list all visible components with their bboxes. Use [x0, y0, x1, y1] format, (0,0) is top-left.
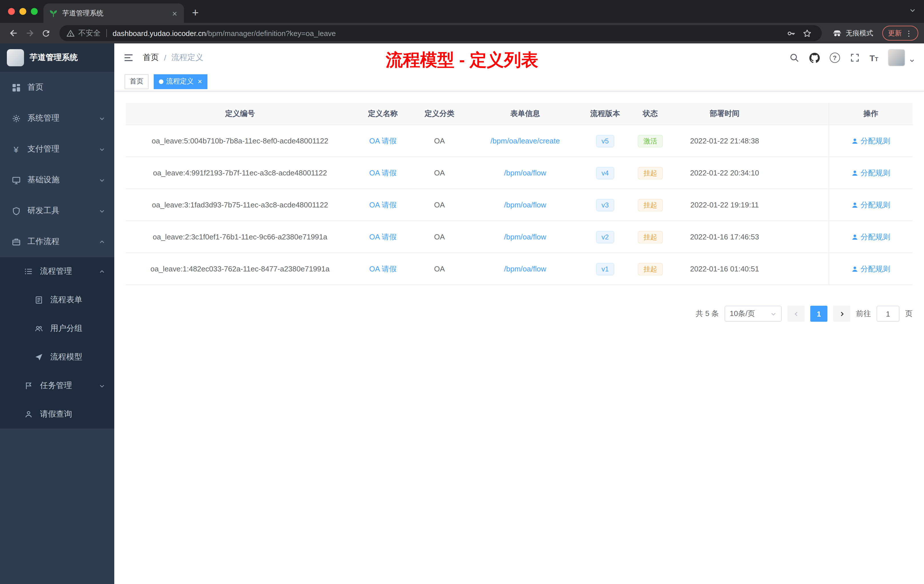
sidebar-logo[interactable]: 芋道管理系统: [0, 43, 114, 72]
page-size-select[interactable]: 10条/页: [724, 306, 782, 322]
sidebar-item-label: 用户分组: [50, 323, 82, 334]
sidebar-item-leave-query[interactable]: 请假查询: [0, 400, 114, 429]
url-host[interactable]: dashboard.yudao.iocoder.cn: [112, 29, 206, 38]
sidebar-item-label: 流程模型: [50, 352, 82, 362]
sidebar-item-infrastructure[interactable]: 基础设施: [0, 165, 114, 195]
pagination-total: 共 5 条: [696, 308, 719, 319]
col-header: 定义编号: [126, 103, 354, 125]
password-key-icon[interactable]: [783, 25, 799, 41]
cell-filler: [776, 189, 828, 221]
search-icon[interactable]: [789, 53, 799, 63]
chevron-down-icon: [99, 383, 105, 389]
window-controls: [8, 8, 38, 15]
fullscreen-icon[interactable]: [850, 53, 860, 63]
assign-rule-link[interactable]: 分配规则: [851, 232, 890, 242]
sidebar-item-home[interactable]: 首页: [0, 72, 114, 103]
monitor-icon: [12, 175, 21, 185]
sidebar-item-user-group[interactable]: 用户分组: [0, 314, 114, 343]
sidebar-item-process-form[interactable]: 流程表单: [0, 286, 114, 314]
sidebar-item-label: 请假查询: [40, 409, 72, 419]
status-badge: 挂起: [638, 262, 663, 275]
pagination: 共 5 条 10条/页 1 前往 页: [126, 306, 912, 322]
assign-rule-link[interactable]: 分配规则: [851, 168, 890, 178]
prev-page-button[interactable]: [787, 306, 805, 322]
definition-name-link[interactable]: OA 请假: [369, 200, 396, 210]
sidebar-item-system[interactable]: 系统管理: [0, 103, 114, 134]
minimize-window-button[interactable]: [20, 8, 26, 15]
assign-rule-link[interactable]: 分配规则: [851, 264, 890, 274]
tag-process-definition[interactable]: 流程定义 ×: [154, 74, 207, 89]
new-tab-button[interactable]: +: [192, 7, 198, 18]
users-icon: [34, 324, 43, 333]
sidebar-item-payment[interactable]: ¥ 支付管理: [0, 134, 114, 165]
help-icon[interactable]: ?: [830, 53, 840, 63]
tab-close-icon[interactable]: ×: [171, 9, 178, 17]
definition-name-link[interactable]: OA 请假: [369, 264, 396, 274]
goto-page-input[interactable]: [876, 306, 899, 322]
back-icon[interactable]: [6, 25, 22, 41]
assign-rule-link[interactable]: 分配规则: [851, 136, 890, 146]
update-label[interactable]: 更新: [888, 28, 902, 38]
close-window-button[interactable]: [8, 8, 15, 15]
tag-label: 首页: [130, 77, 144, 86]
chevron-up-icon: [99, 268, 105, 275]
zoom-window-button[interactable]: [31, 8, 38, 15]
definition-name-link[interactable]: OA 请假: [369, 232, 396, 242]
form-link[interactable]: /bpm/oa/flow: [504, 201, 546, 209]
sidebar-item-process-model[interactable]: 流程模型: [0, 343, 114, 371]
cell-category: OA: [411, 157, 467, 188]
sidebar-item-dev-tools[interactable]: 研发工具: [0, 195, 114, 226]
form-link[interactable]: /bpm/oa/leave/create: [490, 137, 560, 145]
form-link[interactable]: /bpm/oa/flow: [504, 233, 546, 241]
definition-name-link[interactable]: OA 请假: [369, 168, 396, 178]
bookmark-star-icon[interactable]: [799, 25, 815, 41]
tab-search-chevron-icon[interactable]: [909, 7, 916, 15]
form-link[interactable]: /bpm/oa/flow: [504, 168, 546, 177]
incognito-badge: 无痕模式: [832, 28, 873, 38]
sidebar-item-process-management[interactable]: 流程管理: [0, 257, 114, 286]
avatar[interactable]: [888, 49, 905, 66]
incognito-label: 无痕模式: [846, 28, 873, 38]
tag-close-icon[interactable]: ×: [198, 78, 202, 85]
browser-tab[interactable]: 芋道管理系统 ×: [43, 3, 184, 23]
tag-home[interactable]: 首页: [125, 74, 148, 89]
app-root: 芋道管理系统 首页 系统管理 ¥ 支付管理: [0, 43, 924, 584]
logo-title: 芋道管理系统: [30, 53, 78, 63]
assign-rule-link[interactable]: 分配规则: [851, 200, 890, 210]
not-secure-label[interactable]: 不安全: [78, 28, 101, 38]
col-header-filler: [776, 103, 828, 125]
font-size-icon[interactable]: TT: [870, 53, 878, 63]
definition-name-link[interactable]: OA 请假: [369, 136, 396, 146]
cell-category: OA: [411, 253, 467, 285]
address-bar[interactable]: 不安全 dashboard.yudao.iocoder.cn /bpm/mana…: [59, 25, 822, 41]
page-number-button[interactable]: 1: [810, 306, 827, 322]
table-header-row: 定义编号 定义名称 定义分类 表单信息 流程版本 状态 部署时间 操作: [126, 103, 912, 125]
form-link[interactable]: /bpm/oa/flow: [504, 265, 546, 273]
version-tag: v3: [596, 199, 614, 211]
next-page-button[interactable]: [833, 306, 850, 322]
table-row: oa_leave:3:1fad3d93-7b75-11ec-a3c8-acde4…: [126, 189, 912, 221]
reload-icon[interactable]: [38, 25, 54, 41]
cell-deploy-time: 2022-01-22 20:34:10: [673, 157, 776, 188]
forward-icon[interactable]: [22, 25, 38, 41]
sidebar-item-label: 基础设施: [27, 175, 59, 185]
briefcase-icon: [12, 237, 21, 246]
cell-category: OA: [411, 189, 467, 221]
caret-down-icon[interactable]: [909, 56, 915, 65]
cell-definition-id: oa_leave:4:991f2193-7b7f-11ec-a3c8-acde4…: [126, 157, 354, 188]
chrome-update-chip[interactable]: 更新 ⋮: [882, 26, 918, 41]
col-header: 流程版本: [583, 103, 627, 125]
breadcrumb-home[interactable]: 首页: [143, 53, 159, 63]
github-icon[interactable]: [809, 52, 820, 63]
active-dot: [159, 79, 163, 84]
logo-avatar: [7, 49, 24, 66]
sidebar-item-workflow[interactable]: 工作流程: [0, 226, 114, 257]
hamburger-icon[interactable]: [124, 53, 134, 63]
menu-kebab-icon[interactable]: ⋮: [905, 29, 912, 38]
paper-plane-icon: [34, 353, 43, 362]
table-row: oa_leave:1:482ec033-762a-11ec-8477-a2380…: [126, 253, 912, 285]
tags-view-bar: 首页 流程定义 ×: [114, 72, 924, 91]
sidebar-item-task-management[interactable]: 任务管理: [0, 371, 114, 400]
cell-category: OA: [411, 125, 467, 157]
url-path[interactable]: /bpm/manager/definition?key=oa_leave: [206, 29, 336, 38]
